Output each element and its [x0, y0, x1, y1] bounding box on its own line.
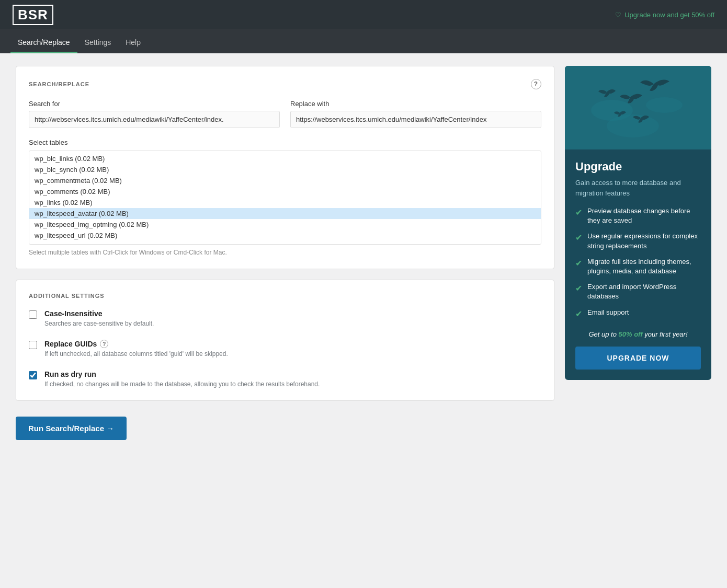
- run-button-wrap: Run Search/Replace →: [16, 411, 554, 440]
- upgrade-card: Upgrade Gain access to more database and…: [565, 66, 711, 380]
- search-replace-help-icon[interactable]: ?: [531, 79, 541, 89]
- logo: BSR: [13, 5, 53, 25]
- table-option[interactable]: wp_links (0.02 MB): [29, 197, 541, 208]
- dry-run-title: Run as dry run: [44, 370, 320, 378]
- replace-input[interactable]: [290, 111, 541, 128]
- nav-item-search-replace[interactable]: Search/Replace: [10, 33, 77, 53]
- case-insensitive-checkbox[interactable]: [29, 310, 37, 319]
- check-icon: ✔: [575, 283, 582, 294]
- table-option[interactable]: wp_blc_links (0.02 MB): [29, 153, 541, 164]
- nav-bar: Search/Replace Settings Help: [0, 29, 727, 53]
- setting-item-replace-guids: Replace GUIDs?If left unchecked, all dat…: [29, 340, 541, 358]
- upgrade-illustration: [565, 66, 711, 149]
- feature-item: ✔Email support: [575, 308, 701, 320]
- upgrade-link[interactable]: ♡ Upgrade now and get 50% off: [615, 11, 714, 19]
- replace-guids-desc: If left unchecked, all database columns …: [44, 350, 228, 358]
- top-bar: BSR ♡ Upgrade now and get 50% off: [0, 0, 727, 29]
- table-option[interactable]: wp_comments (0.02 MB): [29, 186, 541, 197]
- case-insensitive-desc: Searches are case-sensitive by default.: [44, 320, 154, 327]
- replace-guids-checkbox[interactable]: [29, 341, 37, 349]
- tables-label: Select tables: [29, 139, 541, 146]
- search-label: Search for: [29, 100, 280, 108]
- nav-item-settings[interactable]: Settings: [77, 33, 119, 53]
- check-icon: ✔: [575, 258, 582, 269]
- svg-point-1: [646, 97, 683, 113]
- svg-point-2: [607, 114, 659, 137]
- feature-list: ✔Preview database changes before they ar…: [575, 206, 701, 320]
- tables-listbox[interactable]: wp_blc_links (0.02 MB)wp_blc_synch (0.02…: [29, 151, 541, 245]
- upgrade-body: Upgrade Gain access to more database and…: [565, 149, 711, 380]
- checkbox-wrap: [29, 341, 37, 351]
- replace-guids-title: Replace GUIDs?: [44, 340, 228, 348]
- search-replace-card: SEARCH/REPLACE ? Search for Replace with…: [16, 66, 554, 269]
- feature-item: ✔Preview database changes before they ar…: [575, 206, 701, 225]
- run-search-replace-button[interactable]: Run Search/Replace →: [16, 417, 127, 440]
- additional-settings-card: ADDITIONAL SETTINGS Case-InsensitiveSear…: [16, 280, 554, 401]
- feature-item: ✔Use regular expressions for complex str…: [575, 232, 701, 250]
- replace-guids-help-icon[interactable]: ?: [100, 340, 108, 348]
- input-row: Search for Replace with: [29, 100, 541, 128]
- search-group: Search for: [29, 100, 280, 128]
- table-option[interactable]: wp_commentmeta (0.02 MB): [29, 175, 541, 186]
- table-option[interactable]: wp_blc_synch (0.02 MB): [29, 164, 541, 175]
- setting-item-dry-run: Run as dry runIf checked, no changes wil…: [29, 370, 541, 388]
- replace-label: Replace with: [290, 100, 541, 108]
- checkbox-wrap: [29, 310, 37, 321]
- discount-text: 50% off: [619, 330, 643, 338]
- upgrade-now-button[interactable]: UPGRADE NOW: [575, 347, 701, 370]
- table-option[interactable]: wp_litespeed_url_file (0.02 MB): [29, 241, 541, 245]
- check-icon: ✔: [575, 232, 582, 244]
- check-icon: ✔: [575, 308, 582, 320]
- search-replace-title: SEARCH/REPLACE ?: [29, 79, 541, 89]
- dry-run-desc: If checked, no changes will be made to t…: [44, 381, 320, 388]
- heart-icon: ♡: [615, 11, 621, 19]
- feature-item: ✔Export and import WordPress databases: [575, 282, 701, 301]
- search-input[interactable]: [29, 111, 280, 128]
- upgrade-subtitle: Gain access to more database and migrati…: [575, 178, 701, 198]
- replace-group: Replace with: [290, 100, 541, 128]
- table-option[interactable]: wp_litespeed_img_optming (0.02 MB): [29, 219, 541, 230]
- upgrade-title: Upgrade: [575, 160, 701, 174]
- left-panel: SEARCH/REPLACE ? Search for Replace with…: [16, 66, 554, 440]
- additional-settings-title: ADDITIONAL SETTINGS: [29, 293, 541, 299]
- birds-illustration: [581, 68, 696, 147]
- setting-item-case-insensitive: Case-InsensitiveSearches are case-sensit…: [29, 309, 541, 327]
- feature-item: ✔Migrate full sites including themes, pl…: [575, 257, 701, 276]
- promo-text: Get up to 50% off your first year!: [575, 330, 701, 338]
- main-content: SEARCH/REPLACE ? Search for Replace with…: [5, 53, 722, 453]
- settings-container: Case-InsensitiveSearches are case-sensit…: [29, 309, 541, 388]
- case-insensitive-title: Case-Insensitive: [44, 309, 154, 318]
- checkbox-wrap: [29, 371, 37, 382]
- dry-run-checkbox[interactable]: [29, 371, 37, 379]
- upgrade-link-text: Upgrade now and get 50% off: [624, 11, 714, 19]
- table-option[interactable]: wp_litespeed_url (0.02 MB): [29, 230, 541, 241]
- nav-item-help[interactable]: Help: [118, 33, 148, 53]
- table-option[interactable]: wp_litespeed_avatar (0.02 MB): [29, 208, 541, 219]
- check-icon: ✔: [575, 207, 582, 218]
- tables-hint: Select multiple tables with Ctrl-Click f…: [29, 249, 541, 256]
